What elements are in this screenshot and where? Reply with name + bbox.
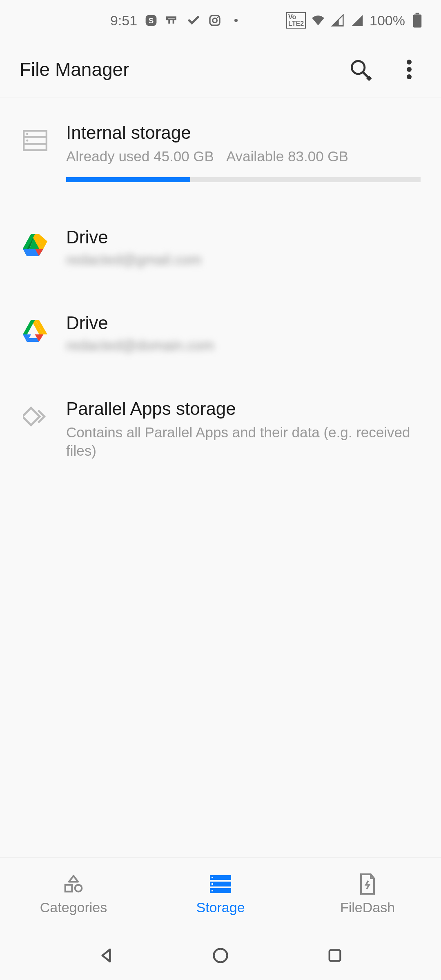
page-title: File Manager — [20, 58, 129, 80]
svg-rect-29 — [330, 950, 341, 961]
app-bar-actions — [348, 57, 421, 82]
list-item-drive-2[interactable]: Drive redacted@domain.com — [0, 288, 441, 374]
storage-list: Internal storage Already used 45.00 GB A… — [0, 98, 441, 858]
tab-filedash[interactable]: FileDash — [294, 873, 441, 915]
app-bar: File Manager — [0, 41, 441, 98]
svg-point-28 — [214, 949, 227, 962]
svg-rect-7 — [413, 14, 421, 27]
check-icon — [186, 13, 201, 28]
storage-tab-icon — [210, 873, 231, 895]
svg-rect-6 — [416, 13, 419, 14]
recent-icon — [327, 947, 343, 964]
internal-progress-fill — [66, 177, 190, 182]
tab-storage[interactable]: Storage — [147, 873, 294, 915]
back-icon — [97, 947, 115, 964]
internal-used: Already used 45.00 GB — [66, 147, 214, 166]
more-vert-icon — [407, 60, 412, 79]
internal-title: Internal storage — [66, 122, 421, 143]
home-icon — [212, 947, 229, 964]
overflow-menu-button[interactable] — [397, 57, 421, 82]
svg-point-21 — [75, 885, 82, 892]
parallel-icon — [20, 402, 50, 431]
svg-rect-25 — [212, 877, 213, 878]
nav-recent-button[interactable] — [323, 943, 347, 968]
svg-rect-20 — [65, 885, 72, 892]
svg-point-13 — [407, 74, 412, 79]
battery-icon — [410, 13, 425, 28]
tab-storage-label: Storage — [196, 900, 245, 915]
tab-categories-label: Categories — [40, 900, 107, 915]
wifi-icon — [311, 13, 325, 28]
search-icon — [348, 58, 372, 81]
skype-icon: S — [144, 13, 158, 28]
system-nav-bar — [0, 931, 441, 980]
bottom-tabs: Categories Storage FileDash — [0, 858, 441, 931]
nav-home-button[interactable] — [208, 943, 233, 968]
nav-back-button[interactable] — [94, 943, 118, 968]
signal-icon-1 — [330, 13, 345, 28]
svg-point-4 — [217, 17, 218, 18]
search-button[interactable] — [348, 57, 372, 82]
volte-icon: VoLTE2 — [286, 12, 306, 29]
svg-rect-19 — [23, 408, 40, 425]
drive2-title: Drive — [66, 313, 421, 333]
svg-point-8 — [352, 61, 364, 74]
status-time: 9:51 — [110, 13, 137, 29]
drive1-sub: redacted@gmail.com — [66, 252, 421, 268]
tab-categories[interactable]: Categories — [0, 873, 147, 915]
svg-rect-27 — [212, 890, 213, 891]
svg-text:S: S — [149, 16, 154, 25]
storage-icon — [20, 126, 50, 155]
categories-icon — [63, 873, 84, 895]
list-item-parallel[interactable]: Parallel Apps storage Contains all Paral… — [0, 374, 441, 481]
item-body: Drive redacted@domain.com — [66, 313, 421, 354]
dot-icon — [229, 13, 243, 28]
battery-pct: 100% — [370, 13, 405, 29]
list-item-internal[interactable]: Internal storage Already used 45.00 GB A… — [0, 98, 441, 203]
svg-point-3 — [213, 18, 217, 23]
svg-point-12 — [407, 67, 412, 72]
internal-usage-row: Already used 45.00 GB Available 83.00 GB — [66, 147, 421, 166]
item-body: Drive redacted@gmail.com — [66, 227, 421, 268]
status-bar: 9:51 S VoLTE2 100% — [0, 0, 441, 41]
instagram-icon — [207, 13, 222, 28]
svg-point-5 — [234, 19, 238, 22]
drive1-title: Drive — [66, 227, 421, 247]
status-right: VoLTE2 100% — [286, 12, 425, 29]
signal-icon-2 — [350, 13, 365, 28]
internal-progress — [66, 177, 421, 182]
svg-rect-26 — [212, 883, 213, 885]
parallel-title: Parallel Apps storage — [66, 399, 421, 419]
tab-filedash-label: FileDash — [340, 900, 395, 915]
list-item-drive-1[interactable]: Drive redacted@gmail.com — [0, 203, 441, 288]
filedash-icon — [357, 873, 378, 895]
internal-avail: Available 83.00 GB — [226, 147, 348, 166]
item-body: Parallel Apps storage Contains all Paral… — [66, 399, 421, 460]
svg-point-17 — [26, 133, 28, 135]
status-left: 9:51 S — [110, 13, 243, 29]
parallel-sub: Contains all Parallel Apps and their dat… — [66, 423, 421, 460]
item-body: Internal storage Already used 45.00 GB A… — [66, 122, 421, 182]
cast-icon — [165, 13, 180, 28]
svg-point-11 — [407, 60, 412, 65]
google-drive-icon — [20, 230, 50, 260]
drive2-sub: redacted@domain.com — [66, 337, 421, 354]
google-drive-icon — [20, 316, 50, 345]
svg-point-18 — [26, 139, 28, 141]
